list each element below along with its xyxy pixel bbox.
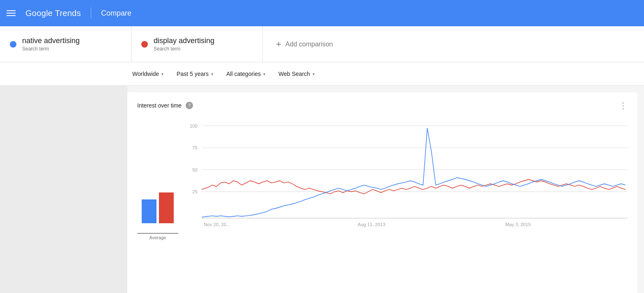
term2-type: Search term	[154, 46, 214, 52]
bar-chart-bars	[142, 143, 174, 233]
chart-more-icon[interactable]: ⋮	[619, 101, 628, 110]
x-label-may2015: May 3, 2015	[505, 222, 531, 227]
chart-header: Interest over time ? ⋮	[137, 101, 628, 110]
chart-title: Interest over time	[137, 102, 182, 109]
main-content: Interest over time ? ⋮ Average	[0, 86, 644, 293]
native-avg-bar	[142, 199, 156, 223]
category-filter[interactable]: All categories ▾	[221, 67, 270, 80]
search-term-slot-2[interactable]: display advertising Search term	[131, 26, 263, 62]
search-terms-bar: native advertising Search term display a…	[0, 26, 644, 62]
filters-bar: Worldwide ▾ Past 5 years ▾ All categorie…	[0, 62, 644, 86]
line-chart-svg: 100 75 50 25 Nov 20, 20... Aug 11, 2013 …	[185, 117, 628, 240]
term2-dot	[141, 41, 148, 48]
bar-axis-line	[137, 233, 178, 233]
app-header: Google Trends Compare	[0, 0, 644, 26]
category-filter-label: All categories	[226, 71, 261, 77]
term1-type: Search term	[22, 46, 80, 52]
y-label-25: 25	[192, 189, 198, 194]
y-label-100: 100	[190, 124, 198, 128]
x-label-aug2013: Aug 11, 2013	[358, 222, 385, 227]
chart-container: Average 100 75 50 25	[137, 117, 628, 240]
term2-text: display advertising Search term	[154, 37, 214, 52]
chart-title-group: Interest over time ?	[137, 102, 193, 109]
header-divider	[91, 7, 91, 19]
search-type-filter[interactable]: Web Search ▾	[274, 67, 320, 80]
region-filter-label: Worldwide	[132, 71, 159, 77]
term2-name: display advertising	[154, 37, 214, 45]
page-title: Compare	[101, 9, 131, 18]
search-term-slot-1[interactable]: native advertising Search term	[0, 26, 131, 62]
region-filter[interactable]: Worldwide ▾	[127, 67, 168, 80]
app-logo: Google Trends	[25, 9, 81, 18]
search-type-chevron-icon: ▾	[313, 72, 315, 76]
category-chevron-icon: ▾	[263, 72, 265, 76]
term1-name: native advertising	[22, 37, 80, 45]
search-type-filter-label: Web Search	[278, 71, 310, 77]
add-comparison-label: Add comparison	[285, 41, 333, 48]
line-chart-wrapper: 100 75 50 25 Nov 20, 20... Aug 11, 2013 …	[185, 117, 628, 240]
x-label-nov2011: Nov 20, 20...	[204, 222, 230, 227]
average-label: Average	[150, 235, 166, 240]
left-sidebar	[0, 86, 127, 293]
average-bar-chart: Average	[137, 117, 178, 240]
term1-dot	[10, 41, 16, 48]
y-label-50: 50	[192, 167, 198, 172]
add-comparison-button[interactable]: + Add comparison	[263, 26, 644, 62]
chart-help-icon[interactable]: ?	[186, 102, 193, 109]
time-filter-label: Past 5 years	[177, 71, 209, 77]
interest-over-time-chart: Interest over time ? ⋮ Average	[127, 92, 637, 293]
time-chevron-icon: ▾	[211, 72, 213, 76]
time-filter[interactable]: Past 5 years ▾	[172, 67, 218, 80]
y-label-75: 75	[192, 145, 198, 150]
add-comparison-plus-icon: +	[276, 39, 281, 50]
region-chevron-icon: ▾	[161, 72, 163, 76]
display-avg-bar	[159, 192, 174, 223]
native-advertising-line	[202, 128, 626, 217]
term1-text: native advertising Search term	[22, 37, 80, 52]
menu-icon[interactable]	[7, 10, 16, 16]
